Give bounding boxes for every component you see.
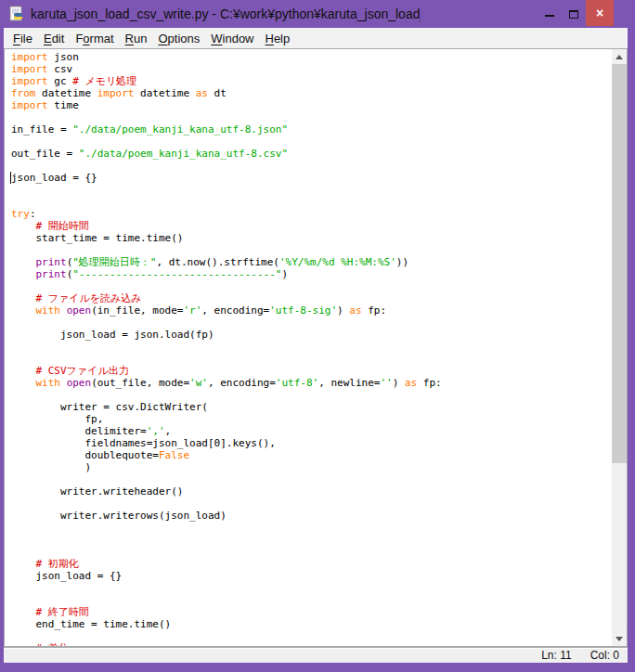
window-minimize-icon <box>545 15 554 17</box>
code-line: fp, <box>11 413 612 425</box>
code-line <box>11 317 612 329</box>
code-line: # 初期化 <box>11 558 612 570</box>
code-line <box>11 136 612 148</box>
code-line <box>11 353 612 365</box>
code-line <box>11 111 612 123</box>
code-line <box>11 534 612 546</box>
code-line <box>11 630 612 642</box>
menubar: FileEditFormatRunOptionsWindowHelp <box>4 28 628 48</box>
code-line <box>11 341 612 353</box>
code-line: writer.writerows(json_load) <box>11 510 612 522</box>
menu-item-run[interactable]: Run <box>120 30 153 47</box>
code-line: import time <box>11 99 612 111</box>
code-line: # 終了時間 <box>11 606 612 618</box>
window-close-icon: × <box>596 6 603 20</box>
code-line <box>11 594 612 606</box>
scroll-down-icon <box>616 637 623 641</box>
code-line <box>11 546 612 558</box>
text-cursor <box>10 172 11 184</box>
code-line <box>11 160 612 172</box>
code-line <box>11 196 612 208</box>
maximize-button[interactable] <box>562 0 586 28</box>
scroll-down-button[interactable] <box>612 631 627 646</box>
code-line <box>11 184 612 196</box>
code-line: print("--------------------------------"… <box>11 268 612 280</box>
code-line: import csv <box>11 63 612 75</box>
code-line: print("処理開始日時：", dt.now().strftime('%Y/%… <box>11 256 612 268</box>
titlebar[interactable]: karuta_json_load_csv_write.py - C:¥work¥… <box>0 0 635 28</box>
status-line-indicator: Ln: 11 <box>541 649 571 662</box>
close-button[interactable]: × <box>586 0 614 26</box>
window-maximize-icon <box>569 10 578 19</box>
code-line: with open(in_file, mode='r', encoding='u… <box>11 304 612 317</box>
minimize-button[interactable] <box>538 0 562 28</box>
code-line: # 開始時間 <box>11 220 612 232</box>
code-line: import json <box>11 51 612 63</box>
code-line: ) <box>11 461 612 473</box>
code-line <box>11 522 612 534</box>
code-line <box>11 280 612 292</box>
idle-editor-window: karuta_json_load_csv_write.py - C:¥work¥… <box>0 0 635 672</box>
scroll-up-icon <box>616 55 623 59</box>
code-line: json_load = {} <box>11 172 612 184</box>
menu-item-edit[interactable]: Edit <box>38 30 70 47</box>
code-line: json_load = {} <box>11 570 612 582</box>
code-line: from datetime import datetime as dt <box>11 87 612 99</box>
menu-item-help[interactable]: Help <box>260 30 296 47</box>
code-line: end_time = time.time() <box>11 618 612 630</box>
menu-item-window[interactable]: Window <box>205 30 259 47</box>
code-line: writer = csv.DictWriter( <box>11 401 612 413</box>
code-lines: import jsonimport csvimport gc # メモリ処理fr… <box>11 51 612 646</box>
code-line: # 差分 <box>11 642 612 646</box>
menu-item-format[interactable]: Format <box>70 30 119 47</box>
code-line <box>11 244 612 256</box>
vertical-scrollbar[interactable] <box>612 49 627 646</box>
editor-frame: import jsonimport csvimport gc # メモリ処理fr… <box>4 48 628 647</box>
code-line: out_file = "./data/poem_kanji_kana_utf-8… <box>11 148 612 160</box>
code-line: fieldnames=json_load[0].keys(), <box>11 437 612 449</box>
code-line: try: <box>11 208 612 220</box>
code-line: writer.writeheader() <box>11 485 612 498</box>
statusbar: Ln: 11 Col: 0 <box>4 647 628 663</box>
code-line: # CSVファイル出力 <box>11 365 612 377</box>
code-line <box>11 473 612 485</box>
code-line: start_time = time.time() <box>11 232 612 244</box>
window-controls: × <box>538 0 614 28</box>
menu-item-options[interactable]: Options <box>152 30 205 47</box>
code-line: delimiter=',', <box>11 425 612 437</box>
menu-item-file[interactable]: File <box>7 30 38 47</box>
code-line <box>11 582 612 594</box>
scroll-up-button[interactable] <box>612 49 627 64</box>
code-line: doublequote=False <box>11 449 612 461</box>
python-file-icon <box>8 6 25 22</box>
code-line: import gc # メモリ処理 <box>11 75 612 87</box>
code-line: json_load = json.load(fp) <box>11 329 612 341</box>
code-line: # ファイルを読み込み <box>11 292 612 304</box>
window-title: karuta_json_load_csv_write.py - C:¥work¥… <box>31 6 421 21</box>
code-line <box>11 498 612 510</box>
code-line: with open(out_file, mode='w', encoding='… <box>11 377 612 389</box>
code-line: in_file = "./data/poem_kanji_kana_utf-8.… <box>11 123 612 136</box>
code-editor[interactable]: import jsonimport csvimport gc # メモリ処理fr… <box>5 49 612 646</box>
code-line <box>11 389 612 401</box>
status-col-indicator: Col: 0 <box>590 649 619 662</box>
scrollbar-thumb[interactable] <box>612 64 627 463</box>
